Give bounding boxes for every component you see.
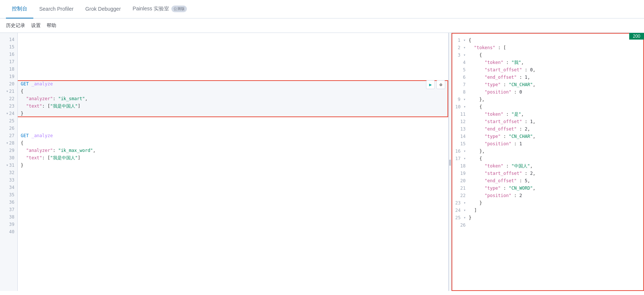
response-line: 23▾ }: [452, 199, 643, 207]
settings-button[interactable]: 设置: [31, 21, 41, 30]
line-number: ▾24: [0, 110, 17, 117]
code-line[interactable]: GET _analyze▶⚙: [18, 80, 448, 88]
tab-console[interactable]: 控制台: [6, 0, 33, 18]
resp-line-content: "end_offset" : 1,: [469, 74, 640, 81]
response-line: 6 "end_offset" : 1,: [452, 74, 643, 81]
code-line[interactable]: [18, 125, 448, 132]
resp-line-content: [469, 221, 640, 229]
response-line: 13 "end_offset" : 2,: [452, 125, 643, 133]
line-number: ▾21: [0, 88, 17, 95]
code-line[interactable]: "analyzer": "ik_smart",: [18, 95, 448, 102]
resp-line-number: 7: [455, 81, 469, 88]
resp-line-content: {: [469, 51, 640, 59]
code-line[interactable]: "analyzer": "ik_max_word",: [18, 147, 448, 154]
code-line[interactable]: }: [18, 162, 448, 169]
resp-line-number: 22: [455, 192, 469, 199]
code-line[interactable]: [18, 206, 448, 213]
fold-arrow[interactable]: ▾: [4, 162, 9, 169]
response-line: 24▾ ]: [452, 207, 643, 214]
response-line: 15 "position" : 1: [452, 140, 643, 148]
resp-line-content: "type" : "CN_WORD",: [469, 184, 640, 192]
resp-line-number: 18: [455, 162, 469, 170]
fold-arrow[interactable]: ▾: [461, 103, 466, 111]
code-line[interactable]: [18, 199, 448, 206]
fold-arrow[interactable]: ▾: [4, 110, 9, 117]
code-line[interactable]: {: [18, 139, 448, 147]
code-line[interactable]: }: [18, 110, 448, 117]
fold-arrow[interactable]: ▾: [4, 88, 9, 95]
fold-arrow[interactable]: ▾: [461, 148, 466, 155]
code-line[interactable]: [18, 191, 448, 199]
code-line[interactable]: [18, 228, 448, 235]
resp-line-number: 10▾: [455, 103, 469, 111]
response-line: 11 "token" : "是",: [452, 111, 643, 118]
response-line: 17▾ {: [452, 155, 643, 162]
line-number: 15: [0, 43, 17, 51]
fold-arrow[interactable]: ▾: [461, 37, 466, 44]
line-number: 40: [0, 228, 17, 235]
code-line[interactable]: [18, 221, 448, 228]
resp-line-number: 5: [455, 66, 469, 74]
code-line[interactable]: GET _analyze: [18, 132, 448, 139]
code-line[interactable]: [18, 169, 448, 176]
code-line[interactable]: [18, 43, 448, 51]
code-line[interactable]: "text": ["我是中国人"]: [18, 102, 448, 110]
code-line[interactable]: [18, 176, 448, 184]
fold-arrow[interactable]: ▾: [461, 51, 466, 59]
line-number: 36: [0, 199, 17, 206]
tab-search-profiler[interactable]: Search Profiler: [33, 0, 80, 18]
line-number: 22: [0, 95, 17, 102]
response-line: 3▾ {: [452, 51, 643, 59]
code-line[interactable]: [18, 58, 448, 65]
line-number: ▾31: [0, 162, 17, 169]
code-line[interactable]: [18, 51, 448, 58]
panel-divider[interactable]: ‖: [449, 33, 452, 291]
code-line[interactable]: [18, 73, 448, 80]
tab-painless[interactable]: Painless 实验室 公测版: [127, 0, 193, 18]
code-line[interactable]: [18, 184, 448, 191]
code-line[interactable]: {: [18, 88, 448, 95]
fold-arrow[interactable]: ▾: [461, 199, 466, 207]
resp-line-content: "tokens" : [: [469, 44, 640, 51]
response-line: 7 "type" : "CN_CHAR",: [452, 81, 643, 88]
line-number: 32: [0, 169, 17, 176]
run-button[interactable]: ▶: [426, 80, 435, 89]
resp-line-number: 21: [455, 184, 469, 192]
tab-grok-debugger[interactable]: Grok Debugger: [80, 0, 127, 18]
line-number: 27: [0, 132, 17, 139]
line-number: 19: [0, 73, 17, 80]
resp-line-content: "type" : "CN_CHAR",: [469, 81, 640, 88]
response-line: 21 "type" : "CN_WORD",: [452, 184, 643, 192]
settings-icon[interactable]: ⚙: [436, 80, 445, 89]
resp-line-content: "position" : 1: [469, 140, 640, 148]
history-button[interactable]: 历史记录: [6, 21, 25, 30]
fold-arrow[interactable]: ▾: [461, 207, 466, 214]
response-line: 22 "position" : 2: [452, 192, 643, 199]
code-line[interactable]: [18, 65, 448, 73]
beta-badge: 公测版: [171, 6, 187, 12]
resp-line-content: ]: [469, 207, 640, 214]
fold-arrow[interactable]: ▾: [461, 44, 466, 51]
line-number: 38: [0, 213, 17, 221]
code-line[interactable]: [18, 36, 448, 43]
code-line[interactable]: [18, 213, 448, 221]
fold-arrow[interactable]: ▾: [461, 96, 466, 103]
line-number: 35: [0, 191, 17, 199]
resp-line-number: 3▾: [455, 51, 469, 59]
line-number: 17: [0, 58, 17, 65]
resp-line-number: 2▾: [455, 44, 469, 51]
main-layout: 14151617181920▾212223▾24252627▾282930▾31…: [0, 33, 644, 291]
help-button[interactable]: 帮助: [47, 21, 56, 30]
resp-line-number: 6: [455, 74, 469, 81]
code-line[interactable]: [18, 117, 448, 125]
fold-arrow[interactable]: ▾: [4, 139, 9, 147]
line-number: 16: [0, 51, 17, 58]
toolbar: 历史记录 设置 帮助: [0, 18, 644, 33]
response-area[interactable]: 1▾{2▾ "tokens" : [3▾ {4 "token" : "我",5 …: [452, 33, 644, 291]
code-editor[interactable]: GET _analyze▶⚙{ "analyzer": "ik_smart", …: [18, 33, 448, 291]
response-line: 10▾ {: [452, 103, 643, 111]
fold-arrow[interactable]: ▾: [461, 214, 466, 221]
fold-arrow[interactable]: ▾: [461, 155, 466, 162]
code-line[interactable]: "text": ["我是中国人"]: [18, 154, 448, 162]
resp-line-number: 19: [455, 170, 469, 177]
